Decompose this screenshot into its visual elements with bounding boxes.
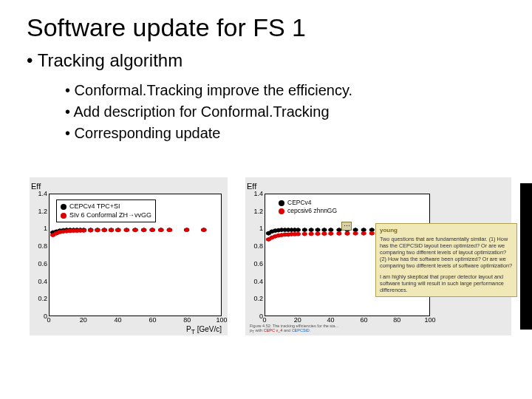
chart-row: Eff 00.20.40.60.811.21.4 020406080100 PT… (30, 177, 511, 335)
review-comment[interactable]: young Two questions that are fundamental… (375, 223, 517, 297)
slide: Software update for FS 1 Tracking algori… (0, 0, 532, 399)
legend-entry: cepcsiv6 zhnnGG (279, 207, 337, 215)
y-ticks: 00.20.40.60.811.21.4 (34, 194, 49, 316)
legend-swatch-red (279, 208, 284, 214)
y-ticks: 00.20.40.60.811.21.4 (250, 194, 265, 316)
bullet-level1: Tracking algorithm (27, 50, 183, 71)
bullet-item: Conformal.Tracking improve the efficienc… (65, 80, 352, 101)
comment-pin-icon[interactable]: ⋯ (341, 222, 352, 231)
legend-swatch-black (61, 204, 66, 210)
x-axis-label: PT [GeV/c] (186, 325, 222, 335)
legend-swatch-black (279, 200, 284, 206)
slide-title: Software update for FS 1 (27, 13, 306, 42)
efficiency-chart-2: Eff 00.20.40.60.811.21.4 020406080100 CE… (245, 177, 511, 335)
legend-swatch-red (61, 213, 66, 219)
comment-author: young (380, 227, 513, 234)
comment-body: I am highly skeptical that proper detect… (380, 273, 513, 293)
slide-edge-bar (520, 183, 532, 330)
legend-entry: CEPCv4 TPC+SI (61, 202, 151, 211)
efficiency-chart-1: Eff 00.20.40.60.811.21.4 020406080100 PT… (30, 177, 228, 335)
legend-entry: SIv 6 Conformal ZH→vvGG (61, 211, 151, 220)
figure-caption: Figure 4.52: The tracking efficiencies f… (250, 324, 338, 334)
chart-legend: CEPCv4 TPC+SI SIv 6 Conformal ZH→vvGG (56, 200, 156, 222)
bullet-item: Add description for Conformal.Tracking (65, 101, 352, 123)
bullet-level2-list: Conformal.Tracking improve the efficienc… (65, 80, 352, 144)
bullet-item: Corresponding update (65, 123, 352, 144)
legend-entry: CEPCv4 (279, 199, 337, 207)
comment-body: Two questions that are fundamentally sim… (380, 236, 513, 270)
chart-legend: CEPCv4 cepcsiv6 zhnnGG (275, 197, 341, 217)
